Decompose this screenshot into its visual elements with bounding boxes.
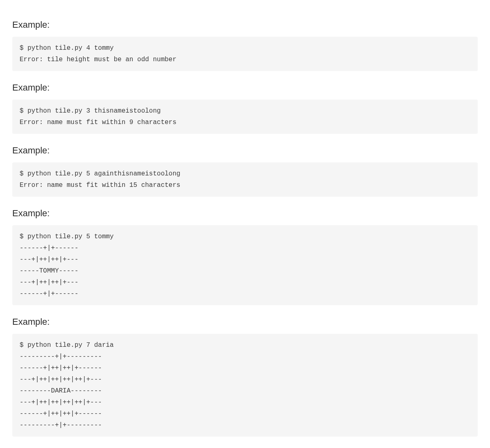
example-heading: Example:	[12, 20, 478, 30]
example-heading: Example:	[12, 145, 478, 156]
code-block: $ python tile.py 5 againthisnameistoolon…	[12, 162, 478, 197]
example-heading: Example:	[12, 317, 478, 327]
example-heading: Example:	[12, 208, 478, 219]
code-block: $ python tile.py 5 tommy ------+|+------…	[12, 225, 478, 305]
code-block: $ python tile.py 4 tommy Error: tile hei…	[12, 37, 478, 71]
code-block: $ python tile.py 3 thisnameistoolong Err…	[12, 100, 478, 134]
code-block: $ python tile.py 7 daria ---------+|+---…	[12, 334, 478, 437]
example-heading: Example:	[12, 82, 478, 93]
